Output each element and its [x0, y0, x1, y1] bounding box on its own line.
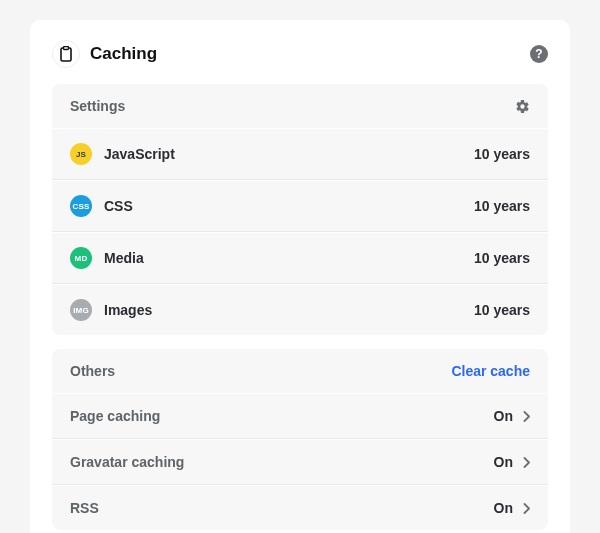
- others-section: Others Clear cache Page caching On Grava…: [52, 349, 548, 530]
- css-icon: CSS: [70, 195, 92, 217]
- others-header: Others Clear cache: [52, 349, 548, 393]
- other-value: On: [494, 454, 513, 470]
- clear-cache-link[interactable]: Clear cache: [451, 363, 530, 379]
- setting-row-javascript[interactable]: JS JavaScript 10 years: [52, 128, 548, 180]
- settings-header-title: Settings: [70, 98, 515, 114]
- other-value: On: [494, 500, 513, 516]
- settings-header: Settings: [52, 84, 548, 128]
- help-icon[interactable]: ?: [530, 45, 548, 63]
- setting-label: Images: [104, 302, 474, 318]
- setting-row-images[interactable]: IMG Images 10 years: [52, 284, 548, 335]
- card-title: Caching: [90, 44, 520, 64]
- clipboard-icon: [52, 40, 80, 68]
- other-row-gravatar-caching[interactable]: Gravatar caching On: [52, 439, 548, 485]
- other-label: Gravatar caching: [70, 454, 494, 470]
- js-icon: JS: [70, 143, 92, 165]
- setting-label: JavaScript: [104, 146, 474, 162]
- gear-icon[interactable]: [515, 99, 530, 114]
- setting-label: CSS: [104, 198, 474, 214]
- other-row-page-caching[interactable]: Page caching On: [52, 393, 548, 439]
- caching-card: Caching ? Settings JS JavaScript 10 year…: [30, 20, 570, 533]
- setting-value: 10 years: [474, 146, 530, 162]
- other-value: On: [494, 408, 513, 424]
- setting-row-css[interactable]: CSS CSS 10 years: [52, 180, 548, 232]
- settings-section: Settings JS JavaScript 10 years CSS CSS …: [52, 84, 548, 335]
- card-header: Caching ?: [52, 40, 548, 68]
- others-header-title: Others: [70, 363, 451, 379]
- chevron-right-icon: [523, 457, 530, 468]
- svg-rect-1: [64, 47, 69, 50]
- setting-value: 10 years: [474, 302, 530, 318]
- other-row-rss[interactable]: RSS On: [52, 485, 548, 530]
- other-label: Page caching: [70, 408, 494, 424]
- chevron-right-icon: [523, 411, 530, 422]
- other-label: RSS: [70, 500, 494, 516]
- setting-label: Media: [104, 250, 474, 266]
- image-icon: IMG: [70, 299, 92, 321]
- setting-value: 10 years: [474, 198, 530, 214]
- setting-value: 10 years: [474, 250, 530, 266]
- chevron-right-icon: [523, 503, 530, 514]
- media-icon: MD: [70, 247, 92, 269]
- setting-row-media[interactable]: MD Media 10 years: [52, 232, 548, 284]
